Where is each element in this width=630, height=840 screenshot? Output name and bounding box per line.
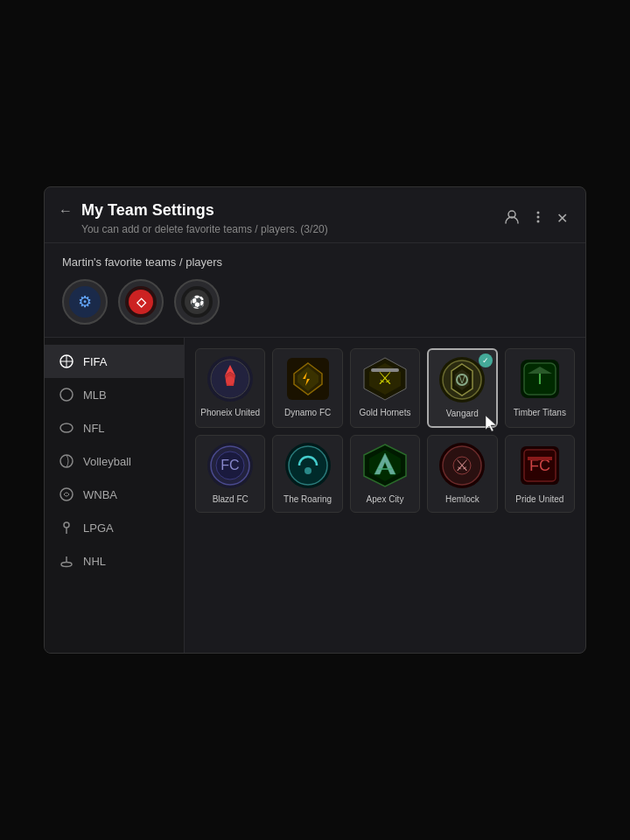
team-logo-pride: FC xyxy=(517,443,563,488)
sidebar-item-fifa[interactable]: FIFA xyxy=(45,345,184,378)
close-icon[interactable]: ✕ xyxy=(556,210,568,227)
selected-checkmark: ✓ xyxy=(479,354,493,368)
team-logo-roaring xyxy=(285,443,331,488)
team-card-dynamo[interactable]: Dynamo FC xyxy=(272,348,342,428)
svg-point-15 xyxy=(60,455,73,467)
team-card-pride[interactable]: FC Pride United xyxy=(505,435,575,513)
volleyball-icon xyxy=(59,453,74,469)
favorites-label: Martin's favorite teams / players xyxy=(62,256,568,269)
team-logo-dynamo xyxy=(285,356,331,402)
wnba-icon xyxy=(59,486,74,502)
svg-point-45 xyxy=(289,446,327,485)
team-name-hornets: Gold Hornets xyxy=(360,407,411,418)
cursor xyxy=(484,414,500,433)
team-card-timber[interactable]: T Timber Titans xyxy=(505,348,575,428)
mlb-icon xyxy=(59,387,74,402)
teams-grid-area: Phoneix United Dynamo FC xyxy=(185,338,585,653)
svg-point-17 xyxy=(64,522,69,528)
more-icon[interactable] xyxy=(530,209,546,228)
favorites-avatars: ⚙ ◇ ⚽ xyxy=(62,279,568,325)
nhl-icon xyxy=(59,553,74,569)
header-left: ← My Team Settings You can add or delete… xyxy=(59,201,328,235)
sidebar-label-wnba: WNBA xyxy=(83,488,117,501)
modal-subtitle: You can add or delete favorite teams / p… xyxy=(81,223,328,235)
teams-grid: Phoneix United Dynamo FC xyxy=(195,348,575,513)
back-button[interactable]: ← xyxy=(59,203,73,219)
sidebar-item-lpga[interactable]: LPGA xyxy=(45,511,184,544)
team-name-roaring: The Roaring xyxy=(284,494,332,505)
svg-point-13 xyxy=(60,388,73,401)
sidebar-item-nhl[interactable]: NHL xyxy=(45,544,184,578)
team-name-hemlock: Hemlock xyxy=(445,494,480,505)
svg-point-1 xyxy=(537,211,540,214)
team-name-vangard: Vangard xyxy=(446,408,479,419)
svg-point-19 xyxy=(61,563,72,567)
favorites-section: Martin's favorite teams / players ⚙ ◇ xyxy=(45,243,585,338)
svg-text:⚔: ⚔ xyxy=(455,457,469,474)
sidebar-label-volleyball: Volleyball xyxy=(83,455,131,468)
modal-header: ← My Team Settings You can add or delete… xyxy=(45,187,585,243)
favorite-avatar-2[interactable]: ◇ xyxy=(118,279,164,325)
svg-point-46 xyxy=(304,467,312,474)
team-logo-blazd: FC xyxy=(207,443,253,488)
favorite-avatar-1[interactable]: ⚙ xyxy=(62,279,108,325)
svg-text:⚽: ⚽ xyxy=(190,295,206,310)
my-team-settings-modal: ← My Team Settings You can add or delete… xyxy=(44,186,586,654)
sidebar-item-mlb[interactable]: MLB xyxy=(45,378,184,411)
header-right: ✕ xyxy=(504,209,568,228)
sidebar-item-nfl[interactable]: NFL xyxy=(45,411,184,444)
fifa-icon xyxy=(59,354,74,369)
team-logo-hornets: ⚔ xyxy=(362,356,408,402)
svg-point-23 xyxy=(226,376,234,385)
sidebar: FIFA MLB NFL Volleyball xyxy=(45,338,185,653)
nfl-icon xyxy=(59,420,74,436)
svg-point-2 xyxy=(537,215,540,218)
svg-text:⚙: ⚙ xyxy=(78,293,92,311)
sidebar-label-mlb: MLB xyxy=(83,388,107,402)
svg-rect-30 xyxy=(371,368,399,372)
team-card-apex[interactable]: Apex City xyxy=(350,435,420,513)
svg-text:FC: FC xyxy=(221,458,240,472)
team-card-phoneix[interactable]: Phoneix United xyxy=(195,348,265,428)
svg-point-16 xyxy=(60,488,73,500)
team-name-timber: Timber Titans xyxy=(514,407,566,418)
header-title-row: ← My Team Settings xyxy=(59,201,214,220)
team-card-blazd[interactable]: FC Blazd FC xyxy=(195,435,265,513)
lpga-icon xyxy=(59,520,74,536)
team-name-dynamo: Dynamo FC xyxy=(284,407,331,418)
team-card-hemlock[interactable]: ⚔ Hemlock xyxy=(427,435,497,513)
svg-text:◇: ◇ xyxy=(136,295,147,309)
team-logo-timber: T xyxy=(517,356,563,402)
sidebar-label-lpga: LPGA xyxy=(83,522,114,535)
team-name-blazd: Blazd FC xyxy=(213,494,248,505)
sidebar-item-wnba[interactable]: WNBA xyxy=(45,478,184,511)
team-card-hornets[interactable]: ⚔ Gold Hornets xyxy=(350,348,420,428)
user-icon[interactable] xyxy=(504,209,520,228)
sidebar-label-fifa: FIFA xyxy=(83,355,107,368)
sidebar-label-nfl: NFL xyxy=(83,422,105,435)
svg-point-14 xyxy=(60,424,73,432)
team-logo-vangard: V xyxy=(439,357,485,402)
favorite-avatar-3[interactable]: ⚽ xyxy=(174,279,220,325)
sidebar-item-volleyball[interactable]: Volleyball xyxy=(45,444,184,478)
svg-text:V: V xyxy=(459,375,466,385)
team-name-phoneix: Phoneix United xyxy=(200,407,260,418)
modal-body: FIFA MLB NFL Volleyball xyxy=(45,338,585,653)
page-title: My Team Settings xyxy=(81,201,214,220)
svg-point-3 xyxy=(537,220,540,222)
team-name-apex: Apex City xyxy=(367,494,404,505)
team-logo-hemlock: ⚔ xyxy=(439,443,485,488)
team-name-pride: Pride United xyxy=(515,494,564,505)
team-card-roaring[interactable]: The Roaring xyxy=(272,435,342,513)
team-logo-phoneix xyxy=(207,356,253,402)
sidebar-label-nhl: NHL xyxy=(83,555,106,568)
team-card-vangard[interactable]: ✓ V Vangard xyxy=(427,348,497,428)
team-logo-apex xyxy=(362,443,408,488)
